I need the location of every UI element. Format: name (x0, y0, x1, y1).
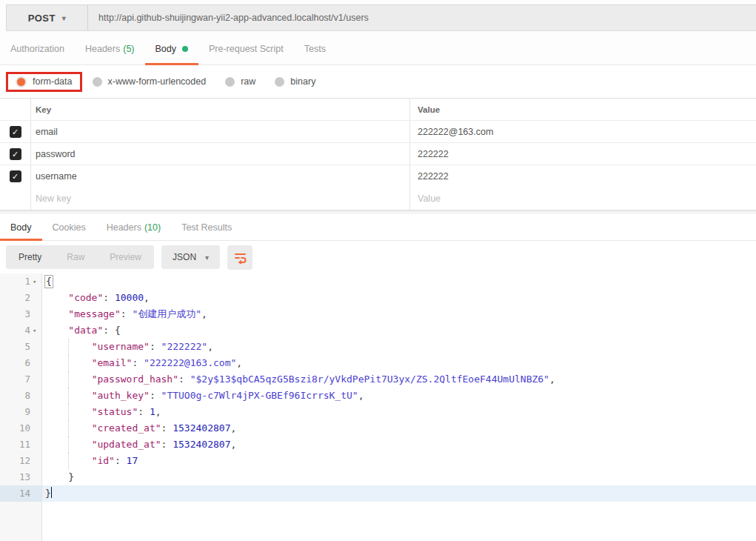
key-cell[interactable]: email (31, 121, 410, 142)
new-value-input[interactable] (418, 193, 739, 204)
line-number: 2 (0, 290, 31, 306)
fold-spacer (31, 371, 41, 388)
json-punct: , (144, 292, 150, 303)
code-line-text[interactable]: "code": 10000, (42, 290, 756, 306)
line-gutter: 13 (0, 469, 42, 485)
wrap-text-icon (233, 250, 247, 264)
body-type-raw[interactable]: raw (225, 76, 255, 87)
response-tab-cookies[interactable]: Cookies (42, 214, 96, 240)
code-line-text[interactable]: "email": "222222@163.com", (42, 355, 756, 371)
json-key: "status" (92, 406, 138, 417)
form-data-table: Key Value ✓email222222@163.com✓password2… (0, 98, 756, 210)
url-input[interactable]: http://api.github-shuijingwan-yii2-app-a… (88, 5, 756, 30)
value-cell[interactable]: 222222 (410, 143, 756, 165)
code-line-text[interactable]: "password_hash": "$2y$13$qbCA5qzG5Bszi8r… (42, 371, 756, 388)
code-line-text[interactable]: "id": 17 (42, 453, 756, 469)
view-mode-raw[interactable]: Raw (54, 245, 97, 269)
response-format-select[interactable]: JSON ▾ (161, 245, 220, 269)
code-line-text[interactable]: "auth_key": "TTUO0g-c7Wlr4jPX-GBEf96Icrr… (42, 388, 756, 404)
json-punct: : { (103, 325, 120, 336)
code-line-text[interactable]: "username": "222222", (42, 339, 756, 355)
line-gutter: 11 (0, 437, 42, 453)
code-line: 3 "message": "创建用户成功", (0, 306, 756, 322)
radio-icon (275, 77, 284, 87)
line-gutter: 2 (0, 290, 42, 306)
json-punct: , (207, 341, 213, 352)
tab-label: Tests (304, 44, 326, 54)
line-gutter: 4▾ (0, 322, 42, 339)
request-tab-headers[interactable]: Headers(5) (75, 33, 145, 64)
json-punct: : (161, 439, 173, 450)
line-gutter: 1▾ (0, 273, 42, 290)
json-key: "created_at" (92, 422, 161, 434)
row-checkbox-cell: ✓ (0, 143, 31, 165)
fold-caret-icon[interactable]: ▾ (31, 322, 41, 339)
json-key: "auth_key" (92, 390, 150, 401)
body-type-x-www-form-urlencoded[interactable]: x-www-form-urlencoded (93, 76, 207, 87)
json-punct: : (150, 341, 161, 352)
json-punct: , (230, 439, 236, 450)
response-tabs: BodyCookiesHeaders(10)Test Results (0, 214, 756, 241)
text-cursor (51, 487, 53, 498)
request-url-bar: POST ▾ http://api.github-shuijingwan-yii… (6, 4, 756, 31)
code-line-text[interactable]: } (42, 485, 756, 502)
method-select[interactable]: POST ▾ (7, 5, 88, 30)
json-string: "$2y$13$qbCA5qzG5Bszi8r/yVkdPePit7U3yx/Z… (190, 374, 549, 385)
line-gutter: 7 (0, 371, 42, 388)
new-key-input[interactable] (36, 193, 391, 204)
body-type-form-data[interactable]: form-data (16, 76, 73, 87)
request-tab-tests[interactable]: Tests (294, 33, 336, 64)
new-row-checkbox-cell (0, 187, 31, 210)
form-data-row-password: ✓password222222 (0, 143, 756, 165)
code-line-text[interactable]: { (42, 273, 756, 290)
code-line-text[interactable]: } (42, 469, 756, 485)
json-punct: : (138, 406, 150, 417)
response-tab-headers[interactable]: Headers(10) (96, 214, 171, 240)
body-type-label: raw (241, 76, 255, 87)
highlight-annotation-box: form-data (6, 72, 82, 92)
checked-checkbox[interactable]: ✓ (10, 126, 21, 138)
wrap-lines-button[interactable] (227, 245, 252, 270)
view-mode-pretty[interactable]: Pretty (6, 245, 54, 269)
indent-guide (68, 404, 69, 420)
json-key: "code" (68, 292, 103, 303)
code-line-text[interactable]: "status": 1, (42, 404, 756, 420)
fold-spacer (31, 388, 41, 404)
code-line-text[interactable]: "created_at": 1532402807, (42, 420, 756, 437)
json-string: "222222@163.com" (144, 357, 236, 368)
radio-icon (93, 77, 102, 87)
key-cell[interactable]: username (31, 165, 410, 187)
code-line-text[interactable]: "data": { (42, 322, 756, 339)
fold-caret-icon[interactable]: ▾ (31, 273, 41, 290)
value-cell[interactable]: 222222@163.com (410, 121, 756, 142)
body-type-binary[interactable]: binary (275, 76, 315, 87)
json-punct: , (155, 406, 161, 417)
json-punct: : (178, 374, 190, 385)
value-cell[interactable]: 222222 (410, 165, 756, 187)
json-number: 1532402807 (173, 422, 230, 434)
request-tab-authorization[interactable]: Authorization (0, 33, 75, 64)
radio-icon (225, 77, 235, 87)
request-tab-body[interactable]: Body (145, 33, 199, 64)
fold-spacer (31, 453, 41, 469)
tab-label: Body (10, 222, 32, 233)
value-column-header: Value (410, 99, 756, 120)
json-punct: : (103, 292, 115, 303)
table-header-row: Key Value (0, 99, 756, 121)
code-line-text[interactable]: "message": "创建用户成功", (42, 306, 756, 322)
fold-spacer (31, 469, 41, 485)
key-cell[interactable]: password (31, 143, 410, 165)
code-line: 9 "status": 1, (0, 404, 756, 420)
code-line-text[interactable]: "updated_at": 1532402807, (42, 437, 756, 453)
form-data-row-username: ✓username222222 (0, 165, 756, 187)
response-body-editor[interactable]: 1▾{2 "code": 10000,3 "message": "创建用户成功"… (0, 273, 756, 541)
json-key: "message" (68, 308, 120, 319)
view-mode-preview[interactable]: Preview (97, 245, 154, 269)
request-tab-pre-request-script[interactable]: Pre-request Script (198, 33, 294, 64)
response-tab-test-results[interactable]: Test Results (171, 214, 242, 240)
checked-checkbox[interactable]: ✓ (10, 170, 21, 182)
fold-spacer (31, 404, 41, 420)
json-punct: : (121, 308, 133, 319)
response-tab-body[interactable]: Body (0, 214, 42, 240)
checked-checkbox[interactable]: ✓ (10, 148, 21, 160)
